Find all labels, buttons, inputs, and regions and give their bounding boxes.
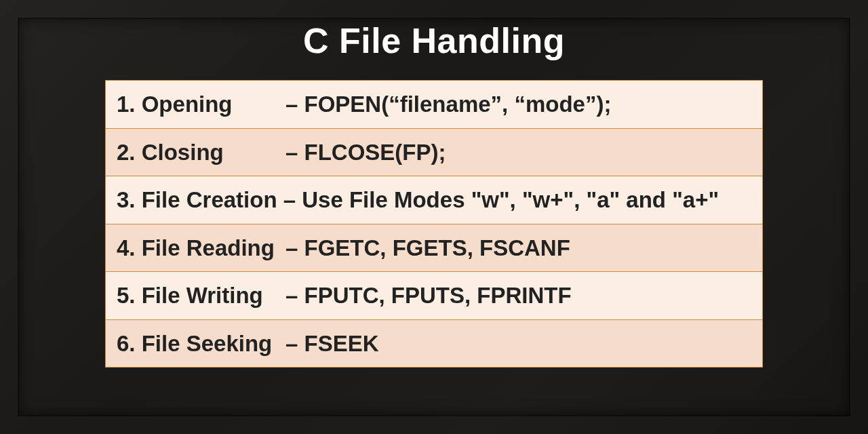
row-label: 5. File Writing — [106, 272, 285, 319]
table-row: 2. Closing – FLCOSE(FP); — [106, 128, 762, 176]
table-row: 4. File Reading – FGETC, FGETS, FSCANF — [106, 224, 762, 272]
table-row: 6. File Seeking – FSEEK — [106, 319, 762, 368]
row-topic: File Seeking — [142, 331, 273, 356]
row-label: 2. Closing — [106, 129, 285, 176]
row-num: 6. — [117, 331, 136, 356]
row-topic: Opening — [142, 92, 233, 117]
file-handling-table: 1. Opening – FOPEN(“filename”, “mode”); … — [105, 80, 763, 368]
table-row: 3. File Creation – Use File Modes "w", "… — [106, 176, 762, 224]
row-num: 1. — [117, 92, 136, 117]
row-label: 6. File Seeking — [106, 320, 285, 368]
row-topic: Closing — [142, 140, 224, 165]
row-num: 5. — [117, 283, 136, 308]
row-detail: – FOPEN(“filename”, “mode”); — [285, 81, 762, 128]
row-num: 2. — [117, 140, 136, 165]
row-topic: File Writing — [142, 283, 263, 308]
row-num: 4. — [117, 235, 136, 260]
slide-title: C File Handling — [303, 20, 565, 61]
row-detail: – FLCOSE(FP); — [285, 129, 762, 176]
row-detail: – FGETC, FGETS, FSCANF — [285, 224, 762, 272]
table-row: 5. File Writing – FPUTC, FPUTS, FPRINTF — [106, 271, 762, 319]
table-row: 1. Opening – FOPEN(“filename”, “mode”); — [106, 81, 762, 128]
slide: C File Handling 1. Opening – FOPEN(“file… — [0, 0, 868, 434]
row-label: 1. Opening — [106, 81, 285, 128]
row-label: 4. File Reading — [106, 224, 285, 272]
row-topic: File Reading — [142, 235, 275, 260]
row-detail: – FPUTC, FPUTS, FPRINTF — [285, 272, 762, 319]
row-full: 3. File Creation – Use File Modes "w", "… — [106, 176, 762, 224]
row-detail: – FSEEK — [285, 320, 762, 368]
